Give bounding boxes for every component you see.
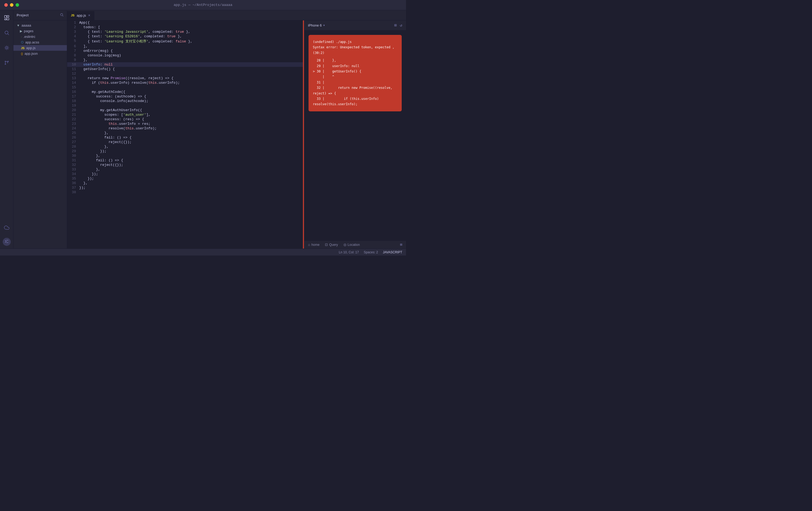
code-line: 13 return new Promise((resolve, reject) …	[67, 76, 303, 81]
code-line: 24 resolve(this.userInfo);	[67, 126, 303, 131]
close-button[interactable]	[4, 3, 8, 7]
line-content: getUserInfo() {	[79, 67, 303, 71]
line-number: 36	[67, 181, 79, 185]
error-code-32b: reject) => {	[313, 91, 398, 96]
line-content: return new Promise((resolve, reject) => …	[79, 76, 303, 81]
tree-item-app-acss[interactable]: ⬡ app.acss	[13, 39, 67, 45]
line-number: 34	[67, 172, 79, 176]
code-line: 23 this.userInfo = res;	[67, 122, 303, 126]
line-number: 17	[67, 94, 79, 99]
code-line: 37});	[67, 185, 303, 190]
activity-search[interactable]	[2, 28, 11, 37]
code-line: 4 { text: 'Learning ES2016', completed: …	[67, 34, 303, 39]
tree-item-label: .eslintrc	[23, 35, 35, 39]
line-content: todos: [	[79, 25, 303, 30]
preview-grid-icon[interactable]: ⊞	[394, 23, 397, 28]
line-number: 25	[67, 131, 79, 135]
line-content: onError(msg) {	[79, 49, 303, 53]
line-number: 20	[67, 108, 79, 113]
line-content: success: (authcode) => {	[79, 94, 303, 99]
window-title: app.js — ~/AntProjects/aaaaa	[174, 3, 232, 7]
line-number: 15	[67, 85, 79, 90]
sidebar: Project ▼ aaaaa ▶ pages ∙ .eslin	[13, 10, 67, 248]
tree-item-aaaaa[interactable]: ▼ aaaaa	[13, 23, 67, 28]
preview-tab-home[interactable]: ⌂ home	[308, 243, 320, 247]
tree-item-pages[interactable]: ▶ pages	[13, 28, 67, 34]
code-editor[interactable]: 1App({2 todos: [3 { text: 'Learning Java…	[67, 21, 303, 248]
code-line: 11 getUserInfo() {	[67, 67, 303, 71]
line-content: },	[79, 144, 303, 149]
activity-git[interactable]	[2, 58, 11, 68]
status-language[interactable]: JAVASCRIPT	[383, 250, 402, 254]
code-line: 12	[67, 71, 303, 76]
line-content: });	[79, 176, 303, 181]
traffic-lights	[4, 3, 19, 7]
query-icon: ⊡	[325, 243, 328, 247]
activity-debug[interactable]	[2, 43, 11, 53]
svg-rect-3	[4, 19, 6, 20]
line-number: 28	[67, 144, 79, 149]
error-code-28: 28 | },	[313, 58, 398, 63]
user-avatar[interactable]	[3, 238, 11, 246]
tree-item-label: aaaaa	[22, 23, 31, 27]
line-content: { text: 'Learning ES2016', completed: tr…	[79, 34, 303, 39]
line-content: });	[79, 185, 303, 190]
code-line: 33 },	[67, 167, 303, 172]
activity-explorer[interactable]	[2, 13, 11, 23]
error-code-30: > 30 | getUserInfo() {	[313, 69, 398, 74]
line-content: if (this.userInfo) resolve(this.userInfo…	[79, 81, 303, 85]
tab-close-button[interactable]: ×	[88, 13, 90, 17]
code-line: 32 reject({});	[67, 163, 303, 167]
line-content: userInfo: null	[79, 62, 303, 67]
code-line: 18 console.info(authcode);	[67, 99, 303, 103]
line-number: 22	[67, 117, 79, 122]
code-line: 6 ],	[67, 44, 303, 49]
svg-rect-1	[7, 16, 8, 17]
line-number: 26	[67, 135, 79, 140]
activity-cloud[interactable]	[2, 223, 11, 233]
line-number: 18	[67, 99, 79, 103]
code-line: 31 fail: () => {	[67, 158, 303, 163]
tree-item-label: pages	[24, 29, 33, 33]
line-content: scopes: ['auth_user'],	[79, 113, 303, 117]
line-number: 37	[67, 185, 79, 190]
code-line: 5 { text: 'Learning 支付宝小程序', completed: …	[67, 39, 303, 44]
line-content: resolve(this.userInfo);	[79, 126, 303, 131]
preview-tab-location[interactable]: ◎ Location	[343, 243, 360, 247]
preview-tab-home-label: home	[312, 243, 320, 247]
device-name: iPhone 6	[308, 23, 322, 27]
device-selector[interactable]: iPhone 6 ▾	[308, 23, 325, 27]
activity-bar	[0, 10, 13, 248]
status-right: Ln 10, Col: 17 Spaces: 2 JAVASCRIPT	[339, 250, 402, 254]
tree-item-app-js[interactable]: JS app.js	[13, 45, 67, 51]
line-content: console.info(authcode);	[79, 99, 303, 103]
line-content: reject({});	[79, 140, 303, 144]
tab-js-icon: JS	[71, 14, 75, 17]
line-number: 23	[67, 122, 79, 126]
sidebar-search-icon[interactable]	[60, 13, 64, 18]
minimize-button[interactable]	[10, 3, 13, 7]
svg-point-4	[5, 31, 8, 34]
preview-tab-query[interactable]: ⊡ Query	[325, 243, 338, 247]
line-content: });	[79, 149, 303, 153]
line-number: 16	[67, 90, 79, 94]
preview-layout-icon[interactable]: ⊞	[400, 242, 402, 247]
status-spaces[interactable]: Spaces: 2	[364, 250, 378, 254]
code-line: 34 });	[67, 172, 303, 176]
svg-line-5	[7, 34, 9, 35]
error-line-2: Syntax error: Unexpected token, expected…	[313, 44, 398, 50]
status-position[interactable]: Ln 10, Col: 17	[339, 250, 359, 254]
maximize-button[interactable]	[16, 3, 19, 7]
line-content: },	[79, 58, 303, 62]
tree-item-eslintrc[interactable]: ∙ .eslintrc	[13, 34, 67, 39]
tree-item-app-json[interactable]: {} app.json	[13, 51, 67, 56]
line-content: ],	[79, 44, 303, 49]
line-number: 5	[67, 39, 79, 44]
error-code-pointer: | ^	[313, 74, 398, 80]
line-content	[79, 85, 303, 90]
line-content: fail: () => {	[79, 135, 303, 140]
sidebar-title: Project	[17, 13, 29, 17]
home-icon: ⌂	[308, 243, 310, 247]
tab-app-js[interactable]: JS app.js ×	[67, 11, 94, 20]
preview-refresh-icon[interactable]: ↺	[400, 23, 402, 28]
